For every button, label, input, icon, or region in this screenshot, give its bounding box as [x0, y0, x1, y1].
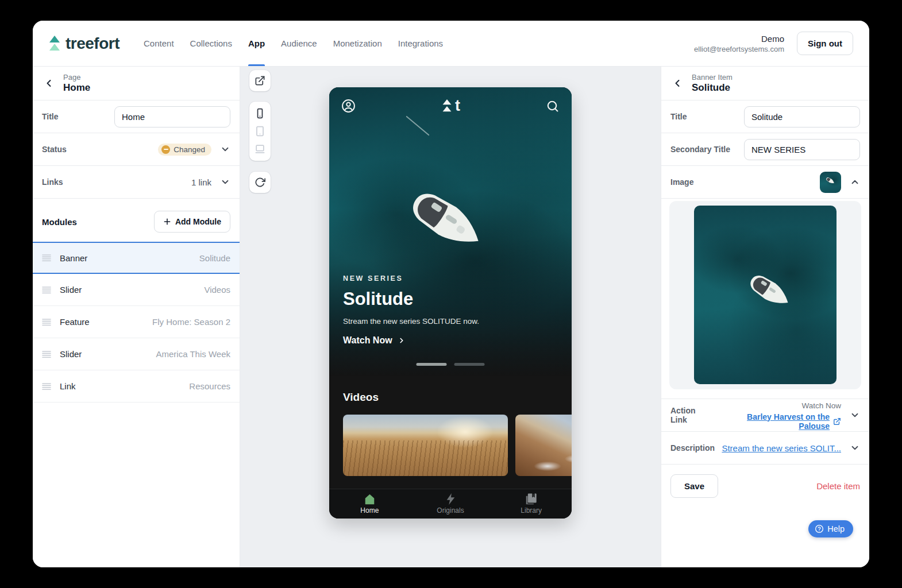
chevron-left-icon: [43, 78, 55, 89]
laptop-icon: [255, 144, 265, 154]
module-row-feature[interactable]: Feature Fly Home: Season 2: [33, 306, 240, 338]
action-link-target-label: Barley Harvest on the Palouse: [714, 412, 830, 431]
module-value: America This Week: [156, 349, 231, 359]
image-preview-card: [669, 201, 861, 389]
page-breadcrumb: Page Home: [33, 67, 240, 100]
status-row[interactable]: Status Changed: [33, 133, 240, 166]
description-row: Description Stream the new series SOLIT.…: [661, 432, 869, 465]
drag-handle-icon[interactable]: [42, 350, 51, 358]
links-row[interactable]: Links 1 link: [33, 166, 240, 199]
item-title-row: Title: [661, 100, 869, 133]
boat-image: [403, 200, 495, 264]
item-title-input[interactable]: [744, 106, 860, 127]
module-row-banner[interactable]: Banner Solitude: [33, 242, 240, 274]
video-thumbnail-hillside[interactable]: [515, 415, 572, 476]
drag-handle-icon[interactable]: [42, 286, 51, 294]
nav-collections[interactable]: Collections: [190, 21, 232, 66]
sign-out-button[interactable]: Sign out: [797, 32, 853, 55]
links-label: Links: [42, 177, 63, 187]
open-preview-button[interactable]: [249, 70, 271, 91]
chevron-down-icon: [850, 410, 860, 420]
nav-audience[interactable]: Audience: [281, 21, 317, 66]
home-icon: [364, 494, 376, 505]
banner-image-preview[interactable]: [694, 206, 837, 384]
banner-title: Solitude: [343, 289, 558, 310]
nav-monetization[interactable]: Monetization: [333, 21, 382, 66]
module-row-slider-america[interactable]: Slider America This Week: [33, 338, 240, 370]
page-settings-panel: Page Home Title Status Changed Link: [33, 67, 240, 567]
add-module-label: Add Module: [175, 217, 221, 226]
watch-now-label: Watch Now: [343, 335, 392, 346]
plus-icon: [163, 218, 171, 226]
drag-handle-icon[interactable]: [42, 382, 51, 390]
status-badge: Changed: [158, 144, 211, 156]
save-button[interactable]: Save: [670, 474, 718, 498]
add-module-button[interactable]: Add Module: [154, 211, 230, 233]
action-link-target[interactable]: Barley Harvest on the Palouse: [714, 412, 841, 431]
preview-area: t NEW SERIES Solitude Stream the new ser…: [240, 67, 661, 567]
modules-heading: Modules: [42, 217, 77, 227]
action-link-value: Watch Now Barley Harvest on the Palouse: [714, 400, 841, 431]
app-nav-library[interactable]: Library: [491, 493, 572, 514]
pagination-dot-active[interactable]: [417, 363, 447, 366]
app-nav-home[interactable]: Home: [329, 494, 410, 514]
drag-handle-icon[interactable]: [42, 318, 51, 326]
links-expand-button[interactable]: [220, 177, 230, 187]
action-link-expand-button[interactable]: [850, 410, 860, 420]
module-type: Link: [60, 381, 76, 391]
lightning-icon: [446, 493, 456, 505]
external-link-icon: [833, 417, 841, 425]
module-list: Banner Solitude Slider Videos Feature Fl…: [33, 242, 240, 403]
drag-handle-icon[interactable]: [42, 254, 51, 262]
status-badge-label: Changed: [174, 145, 205, 154]
help-button[interactable]: Help: [808, 520, 853, 537]
chevron-down-icon: [220, 144, 230, 154]
nav-app[interactable]: App: [248, 21, 265, 66]
search-icon[interactable]: [546, 99, 560, 113]
phone-preview: t NEW SERIES Solitude Stream the new ser…: [329, 87, 572, 519]
back-button[interactable]: [42, 76, 56, 90]
module-row-slider-videos[interactable]: Slider Videos: [33, 274, 240, 306]
refresh-preview-button[interactable]: [249, 172, 271, 193]
nav-content[interactable]: Content: [144, 21, 174, 66]
module-value: Videos: [204, 285, 230, 295]
delete-item-button[interactable]: Delete item: [816, 481, 860, 491]
status-expand-button[interactable]: [220, 144, 230, 154]
description-link[interactable]: Stream the new series SOLIT...: [722, 443, 841, 453]
app-nav-originals[interactable]: Originals: [410, 493, 491, 514]
external-link-icon: [255, 75, 265, 86]
brand-logo: treefort: [49, 21, 120, 66]
module-value: Fly Home: Season 2: [152, 317, 230, 327]
image-row[interactable]: Image: [661, 166, 869, 199]
tablet-icon: [255, 126, 265, 137]
image-collapse-button[interactable]: [850, 177, 860, 187]
module-value: Solitude: [199, 253, 230, 263]
modules-header: Modules Add Module: [33, 199, 240, 242]
action-link-row: Action Link Watch Now Barley Harvest on …: [661, 399, 869, 432]
module-type: Slider: [60, 349, 82, 359]
account-icon[interactable]: [341, 99, 356, 113]
secondary-title-input[interactable]: [744, 139, 860, 160]
app-top-bar: t: [329, 87, 572, 114]
title-field-row: Title: [33, 100, 240, 133]
page-title-input[interactable]: [114, 106, 230, 127]
device-desktop-button[interactable]: [253, 142, 267, 156]
video-thumbnail-harvest[interactable]: [343, 415, 508, 476]
module-row-link[interactable]: Link Resources: [33, 370, 240, 403]
chevron-up-icon: [850, 177, 860, 187]
app-logo-icon: [441, 99, 453, 114]
device-phone-button[interactable]: [253, 107, 267, 120]
status-label: Status: [42, 145, 67, 154]
nav-integrations[interactable]: Integrations: [398, 21, 443, 66]
pagination-dot[interactable]: [454, 363, 485, 366]
description-expand-button[interactable]: [850, 443, 860, 453]
back-button[interactable]: [670, 76, 684, 90]
main-nav: Content Collections App Audience Monetiz…: [144, 21, 443, 66]
action-link-label: Action Link: [670, 406, 714, 424]
watch-now-button[interactable]: Watch Now: [343, 335, 558, 346]
breadcrumb-type: Banner Item: [692, 73, 733, 82]
device-tablet-button[interactable]: [253, 125, 267, 138]
library-icon: [525, 493, 537, 505]
image-thumbnail[interactable]: [820, 172, 841, 193]
device-selector: [249, 102, 271, 161]
